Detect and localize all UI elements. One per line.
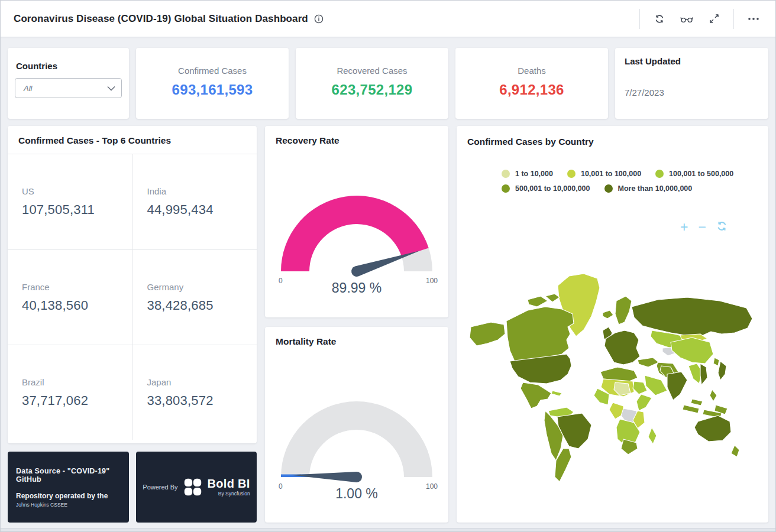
info-icon[interactable] bbox=[314, 14, 324, 24]
footer-row: Data Source - "COVID-19" GitHub Reposito… bbox=[8, 452, 257, 523]
country-value: 37,717,062 bbox=[22, 393, 132, 408]
legend-item: 10,001 to 100,000 bbox=[567, 170, 641, 178]
map-reset-button[interactable] bbox=[716, 220, 728, 234]
boldbi-wordmark: Bold BI By Syncfusion bbox=[208, 478, 250, 497]
boldbi-byline: By Syncfusion bbox=[218, 491, 250, 497]
deaths-value: 6,912,136 bbox=[499, 82, 564, 98]
country-value: 40,138,560 bbox=[22, 298, 132, 313]
country-name: US bbox=[22, 186, 132, 196]
table-cell-india[interactable]: India 44,995,434 bbox=[132, 154, 257, 249]
last-updated-card: Last Updated 7/27/2023 bbox=[615, 48, 768, 119]
more-options-button[interactable] bbox=[740, 7, 767, 31]
world-choropleth-map[interactable] bbox=[457, 250, 769, 498]
countries-select-value: All bbox=[24, 84, 107, 93]
last-updated-value: 7/27/2023 bbox=[625, 87, 759, 98]
legend-label: 100,001 to 500,000 bbox=[669, 170, 733, 178]
countries-select[interactable]: All bbox=[15, 78, 122, 98]
map-region-brazil bbox=[557, 413, 591, 449]
confirmed-cases-card: Confirmed Cases 693,161,593 bbox=[136, 48, 289, 119]
table-cell-brazil[interactable]: Brazil 37,717,062 bbox=[8, 345, 132, 440]
map-region-new-zealand bbox=[731, 445, 739, 457]
confirmed-cases-label: Confirmed Cases bbox=[178, 66, 247, 76]
map-region-mexico bbox=[520, 382, 551, 408]
mortality-rate-title: Mortality Rate bbox=[265, 336, 448, 347]
country-value: 33,803,572 bbox=[147, 393, 257, 408]
legend-item: More than 10,000,000 bbox=[604, 184, 693, 193]
data-source-line1: Data Source - "COVID-19" GitHub bbox=[16, 467, 121, 484]
gauge-max-label: 100 bbox=[426, 277, 438, 285]
legend-row: 500,001 to 10,000,000 More than 10,000,0… bbox=[502, 184, 768, 193]
dashboard-body: Countries All Confirmed Cases 693,161,59… bbox=[1, 37, 775, 523]
kpi-row: Countries All Confirmed Cases 693,161,59… bbox=[8, 48, 768, 119]
boldbi-logo-icon bbox=[183, 478, 202, 497]
map-legend: 1 to 10,000 10,001 to 100,000 100,001 to… bbox=[502, 170, 768, 193]
mortality-rate-card: Mortality Rate 0 100 1.00 % bbox=[265, 327, 448, 523]
table-cell-france[interactable]: France 40,138,560 bbox=[8, 249, 132, 345]
map-region-australia bbox=[694, 416, 731, 442]
powered-by-label: Powered By bbox=[143, 484, 177, 491]
last-updated-label: Last Updated bbox=[625, 56, 759, 66]
legend-row: 1 to 10,000 10,001 to 100,000 100,001 to… bbox=[502, 170, 768, 178]
countries-filter-card: Countries All bbox=[8, 48, 129, 119]
middle-column: Recovery Rate 0 100 89.99 % Mortality Ra… bbox=[265, 126, 448, 523]
separator bbox=[639, 9, 640, 29]
ellipsis-icon bbox=[748, 17, 759, 21]
legend-dot bbox=[567, 170, 575, 178]
gauge-track bbox=[281, 401, 432, 477]
covid-dashboard: { "header": { "title": "Coronavirus Dise… bbox=[0, 0, 776, 532]
map-title: Confirmed Cases by Country bbox=[457, 137, 768, 147]
map-region-india bbox=[667, 372, 687, 400]
top-countries-title: Confirmed Cases - Top 6 Countries bbox=[8, 135, 257, 154]
data-source-line2: Repository operated by the Johns Hopkins… bbox=[16, 492, 121, 508]
map-region-china bbox=[671, 338, 713, 364]
gauge-min-label: 0 bbox=[279, 277, 283, 285]
separator bbox=[733, 9, 734, 29]
map-region-russia bbox=[632, 297, 752, 338]
legend-item: 1 to 10,000 bbox=[502, 170, 553, 178]
country-value: 44,995,434 bbox=[147, 202, 257, 218]
refresh-button[interactable] bbox=[646, 7, 673, 31]
deaths-card: Deaths 6,912,136 bbox=[455, 48, 608, 119]
zoom-in-button[interactable]: + bbox=[680, 220, 688, 234]
fullscreen-button[interactable] bbox=[700, 7, 728, 31]
page-title: Coronavirus Disease (COVID-19) Global Si… bbox=[14, 13, 308, 25]
table-cell-germany[interactable]: Germany 38,428,685 bbox=[132, 249, 257, 345]
legend-dot bbox=[604, 184, 613, 193]
preview-button[interactable] bbox=[673, 7, 700, 31]
country-name: Japan bbox=[147, 377, 257, 387]
recovery-rate-card: Recovery Rate 0 100 89.99 % bbox=[265, 126, 448, 317]
mortality-rate-gauge[interactable]: 0 100 1.00 % bbox=[265, 348, 448, 508]
right-column: Confirmed Cases by Country 1 to 10,000 1… bbox=[457, 126, 768, 523]
country-name: India bbox=[147, 186, 257, 196]
map-region-canada bbox=[506, 307, 574, 361]
top-countries-card: Confirmed Cases - Top 6 Countries US 107… bbox=[8, 126, 257, 443]
chevron-down-icon bbox=[107, 86, 115, 91]
country-name: Germany bbox=[147, 282, 257, 292]
recovered-cases-card: Recovered Cases 623,752,129 bbox=[296, 48, 448, 119]
gauge-min-label: 0 bbox=[279, 482, 283, 491]
data-source-operator: Johns Hopkins CSSEE bbox=[16, 502, 67, 508]
recovery-rate-gauge[interactable]: 0 100 89.99 % bbox=[265, 142, 448, 302]
refresh-icon bbox=[654, 14, 665, 24]
country-name: France bbox=[22, 282, 132, 292]
data-source-card: Data Source - "COVID-19" GitHub Reposito… bbox=[8, 452, 129, 523]
top-countries-grid: US 107,505,311 India 44,995,434 France 4… bbox=[8, 154, 257, 440]
legend-dot bbox=[502, 170, 510, 178]
legend-label: 500,001 to 10,000,000 bbox=[515, 184, 590, 193]
recovered-cases-value: 623,752,129 bbox=[332, 82, 413, 98]
legend-label: 1 to 10,000 bbox=[515, 170, 553, 178]
zoom-out-button[interactable]: − bbox=[698, 220, 706, 234]
legend-item: 500,001 to 10,000,000 bbox=[502, 184, 590, 193]
horizontal-scrollbar[interactable] bbox=[1, 528, 775, 531]
recovery-rate-value: 89.99 % bbox=[332, 280, 381, 296]
legend-item: 100,001 to 500,000 bbox=[655, 170, 733, 178]
table-cell-us[interactable]: US 107,505,311 bbox=[8, 154, 132, 249]
table-cell-japan[interactable]: Japan 33,803,572 bbox=[132, 345, 257, 440]
legend-dot bbox=[655, 170, 664, 178]
map-region-japan bbox=[718, 361, 726, 380]
country-name: Brazil bbox=[22, 377, 132, 387]
deaths-label: Deaths bbox=[518, 66, 546, 76]
gauge-max-label: 100 bbox=[426, 482, 438, 491]
header: Coronavirus Disease (COVID-19) Global Si… bbox=[1, 1, 775, 37]
reset-sync-icon bbox=[716, 220, 728, 232]
